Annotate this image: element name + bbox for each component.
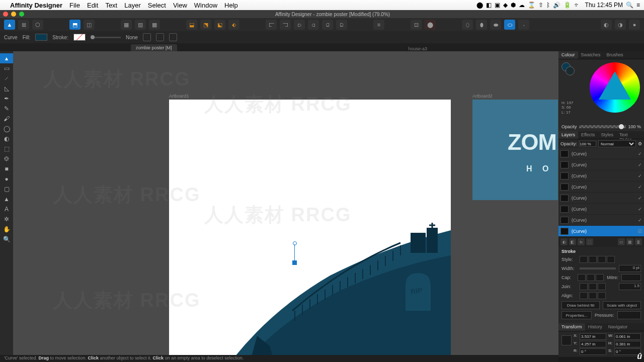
minimize-window-icon[interactable]: [11, 12, 16, 17]
arrange-backward-icon[interactable]: ⬔: [200, 20, 211, 30]
canvas[interactable]: Artboard1: [13, 51, 558, 357]
sys-icon[interactable]: 🔋: [564, 2, 571, 9]
adjust-icon[interactable]: ◧: [569, 238, 576, 245]
pressure-curve[interactable]: [617, 311, 641, 319]
y-field[interactable]: 4.257 in: [580, 341, 606, 347]
tab-styles[interactable]: Styles: [598, 131, 616, 139]
layer-visible-check[interactable]: ✓: [638, 218, 642, 223]
sys-icon[interactable]: ⇧: [538, 2, 543, 9]
fill-tool-icon[interactable]: ◯: [0, 124, 13, 134]
corner-tool-icon[interactable]: ◺: [0, 83, 13, 94]
layer-row[interactable]: (Curve)✓: [558, 182, 644, 193]
sys-icon[interactable]: ᛒ: [546, 2, 550, 9]
node-tool-icon[interactable]: ⟋: [0, 73, 13, 83]
tab-swatches[interactable]: Swatches: [578, 51, 604, 59]
mask-icon[interactable]: ◐: [560, 238, 568, 245]
sys-icon[interactable]: 🔊: [553, 2, 560, 9]
menu-select[interactable]: Select: [148, 2, 166, 9]
colour-triangle[interactable]: [599, 71, 631, 100]
clip-icon[interactable]: ◫: [84, 20, 95, 30]
rounded-rect-tool-icon[interactable]: ▢: [0, 184, 13, 194]
layer-opacity-input[interactable]: [579, 141, 596, 147]
place-tool-icon[interactable]: ⬚: [0, 144, 13, 154]
x-field[interactable]: 3.537 in: [580, 333, 606, 340]
tab-text-styles[interactable]: Text Styles: [616, 131, 644, 139]
properties-button[interactable]: Properties...: [561, 311, 592, 319]
artboard2-label[interactable]: Artboard2: [472, 94, 493, 99]
sys-icon[interactable]: ☁: [519, 2, 525, 9]
text-tool-icon[interactable]: A: [0, 204, 13, 214]
colour-picker-tool-icon[interactable]: ✲: [0, 214, 13, 224]
scale-with-object-button[interactable]: Scale with object: [603, 301, 641, 309]
stroke-style-dash[interactable]: [598, 256, 606, 263]
menu-window[interactable]: Window: [194, 2, 217, 9]
h-field[interactable]: 0.381 in: [614, 341, 641, 347]
view-full-icon[interactable]: ●: [629, 20, 640, 30]
view-split-icon[interactable]: ◑: [615, 20, 626, 30]
fill-swatch[interactable]: [35, 34, 47, 41]
layer-visible-check[interactable]: ✓: [638, 196, 642, 201]
menu-layer[interactable]: Layer: [124, 2, 141, 9]
crop-mask-icon[interactable]: ⬚: [586, 238, 593, 245]
join-mitre[interactable]: [580, 283, 588, 290]
arrange-back-icon[interactable]: ⬓: [186, 20, 197, 30]
boolean-sub-icon[interactable]: ⬮: [476, 20, 487, 30]
close-window-icon[interactable]: [3, 12, 8, 17]
stroke-style-brush[interactable]: [607, 256, 615, 263]
layer-visible-check[interactable]: ✓: [638, 185, 642, 190]
align-center-icon[interactable]: ⫎: [280, 20, 291, 30]
hand-tool-icon[interactable]: ✋: [0, 224, 13, 234]
layer-row[interactable]: (Curve)✓: [558, 170, 644, 182]
join-round[interactable]: [589, 283, 597, 290]
ctx-icon[interactable]: [156, 33, 164, 41]
layer-row[interactable]: (Curve)✓: [558, 148, 644, 159]
align-bottom-icon[interactable]: ⫒: [336, 20, 347, 30]
boolean-add-icon[interactable]: ⬯: [462, 20, 473, 30]
transparency-tool-icon[interactable]: ◐: [0, 134, 13, 144]
zoom-tool-icon[interactable]: 🔍: [0, 234, 13, 244]
gear-icon[interactable]: ⚙: [638, 141, 642, 146]
align-outside[interactable]: [598, 292, 606, 299]
persona-pixel-icon[interactable]: ⊞: [18, 20, 29, 30]
sys-icon[interactable]: ⬢: [511, 2, 516, 9]
app-name[interactable]: Affinity Designer: [10, 2, 62, 9]
ctx-icon[interactable]: [143, 33, 151, 41]
move-tool-icon[interactable]: ▴: [0, 53, 13, 63]
cap-butt[interactable]: [578, 274, 586, 281]
tab-navigator[interactable]: Navigator: [605, 323, 631, 331]
brush-tool-icon[interactable]: 🖌: [0, 114, 13, 124]
anchor-selector[interactable]: [561, 335, 572, 345]
tab-transform[interactable]: Transform: [558, 323, 585, 331]
snap-toggle-icon[interactable]: ⊡: [411, 20, 422, 30]
triangle-tool-icon[interactable]: ▲: [0, 194, 13, 204]
sys-icon[interactable]: ◆: [503, 2, 508, 9]
align-left-icon[interactable]: ⫍: [266, 20, 277, 30]
bezier-handle[interactable]: [293, 241, 297, 245]
fx-icon[interactable]: fx: [578, 238, 585, 245]
menu-view[interactable]: View: [173, 2, 187, 9]
crop-tool-icon[interactable]: ⯐: [0, 154, 13, 164]
ctx-icon[interactable]: [169, 33, 177, 41]
join-value[interactable]: 1.5: [619, 283, 641, 290]
delete-layer-icon[interactable]: 🗑: [635, 238, 642, 245]
menu-file[interactable]: File: [69, 2, 80, 9]
align-top-icon[interactable]: ⫏: [308, 20, 319, 30]
tab-effects[interactable]: Effects: [578, 131, 598, 139]
distribute-icon[interactable]: ≡: [373, 20, 384, 30]
stroke-width-slider[interactable]: [91, 37, 121, 38]
select-object-icon[interactable]: ▨: [135, 20, 146, 30]
selected-node[interactable]: [292, 260, 297, 265]
layer-visible-check[interactable]: ✓: [638, 207, 642, 212]
artboard1-label[interactable]: Artboard1: [169, 94, 189, 99]
persona-export-icon[interactable]: ⬡: [32, 20, 43, 30]
view-mode-icon[interactable]: ◐: [601, 20, 612, 30]
rectangle-tool-icon[interactable]: ■: [0, 164, 13, 174]
tab-brushes[interactable]: Brushes: [604, 51, 626, 59]
snap-icon[interactable]: ⬒: [69, 20, 80, 30]
stroke-swatch[interactable]: [73, 34, 86, 41]
opacity-slider[interactable]: [579, 125, 626, 128]
stroke-width-slider[interactable]: [580, 267, 616, 269]
align-middle-icon[interactable]: ⫑: [322, 20, 333, 30]
zoom-window-icon[interactable]: [19, 12, 24, 17]
boolean-div-icon[interactable]: ⬫: [518, 20, 529, 30]
